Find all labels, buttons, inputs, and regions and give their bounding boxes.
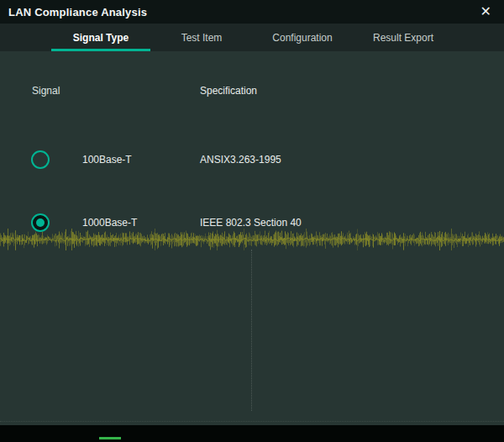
- bottom-bar: [0, 425, 504, 442]
- window-titlebar: LAN Compliance Analysis ✕: [0, 0, 504, 24]
- signal-row-100base-t[interactable]: 100Base-T ANSIX3.263-1995: [0, 147, 504, 172]
- bottom-indicator: [99, 437, 121, 439]
- graticule-horizontal-line: [0, 421, 504, 422]
- tab-label: Signal Type: [73, 32, 129, 44]
- close-icon[interactable]: ✕: [475, 5, 496, 18]
- tab-signal-type[interactable]: Signal Type: [50, 24, 151, 51]
- specification-label: ANSIX3.263-1995: [200, 154, 281, 166]
- tab-result-export[interactable]: Result Export: [353, 24, 454, 51]
- tab-label: Test Item: [181, 32, 223, 44]
- column-header-specification: Specification: [200, 85, 257, 97]
- tab-configuration[interactable]: Configuration: [252, 24, 353, 51]
- tab-test-item[interactable]: Test Item: [151, 24, 252, 51]
- column-header-signal: Signal: [32, 85, 60, 97]
- signal-label: 1000Base-T: [82, 217, 137, 229]
- signal-label: 100Base-T: [82, 154, 132, 166]
- dialog-body: Signal Specification 100Base-T ANSIX3.26…: [0, 51, 504, 425]
- radio-100base-t[interactable]: [31, 150, 50, 169]
- window-title: LAN Compliance Analysis: [8, 6, 147, 18]
- tab-label: Result Export: [373, 32, 433, 44]
- waveform-noise-trace: [0, 229, 504, 250]
- tab-bar: Signal Type Test Item Configuration Resu…: [0, 24, 504, 51]
- lan-compliance-dialog: LAN Compliance Analysis ✕ Signal Type Te…: [0, 0, 504, 442]
- tab-label: Configuration: [272, 32, 332, 44]
- specification-label: IEEE 802.3 Section 40: [200, 217, 302, 229]
- graticule-vertical-line: [251, 250, 252, 411]
